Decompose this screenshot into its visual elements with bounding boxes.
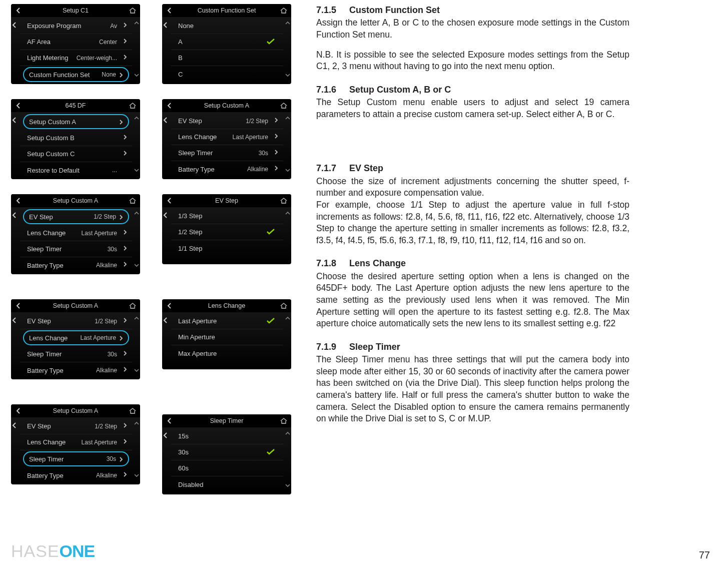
side-back-icon[interactable] <box>11 209 19 269</box>
back-icon[interactable] <box>14 301 23 310</box>
menu-row[interactable]: 1/1 Step <box>171 240 283 256</box>
scroll-indicator[interactable] <box>284 429 291 489</box>
menu-row-label: Setup Custom B <box>27 134 75 142</box>
menu-row[interactable]: EV Step1/2 Step <box>23 209 129 224</box>
back-icon[interactable] <box>14 101 23 110</box>
home-icon[interactable] <box>279 6 288 15</box>
side-back-icon[interactable] <box>162 429 170 489</box>
back-icon[interactable] <box>14 6 23 15</box>
menu-row[interactable]: EV Step1/2 Step <box>171 113 283 129</box>
menu-row[interactable]: Lens ChangeLast Aperture <box>23 330 129 345</box>
home-icon[interactable] <box>279 301 288 310</box>
menu-row-label: B <box>178 54 183 62</box>
scroll-indicator[interactable] <box>284 19 291 79</box>
side-back-icon[interactable] <box>162 209 170 264</box>
side-back-icon[interactable] <box>11 314 19 374</box>
menu-row[interactable]: Lens ChangeLast Aperture <box>171 129 283 145</box>
menu-row-value: Alkaline <box>96 262 117 269</box>
menu-row[interactable]: Sleep Timer30s <box>20 241 132 257</box>
menu-row[interactable]: Setup Custom B <box>20 130 132 146</box>
menu-row[interactable]: 1/2 Step <box>171 224 283 240</box>
menu-row[interactable]: Last Aperture <box>171 313 283 329</box>
menu-row[interactable]: Exposure ProgramAv <box>20 18 132 34</box>
menu-row[interactable]: Battery TypeAlkaline <box>20 257 132 273</box>
home-icon[interactable] <box>128 301 137 310</box>
back-icon[interactable] <box>165 196 174 205</box>
logo-gray: HASE <box>11 541 60 560</box>
menu-row[interactable]: 1/3 Step <box>171 208 283 224</box>
screen-titlebar: Setup Custom A <box>162 99 291 112</box>
menu-row[interactable]: Sleep Timer30s <box>171 145 283 161</box>
menu-row[interactable]: Restore to Default... <box>20 162 132 178</box>
menu-row[interactable]: B <box>171 50 283 66</box>
menu-row[interactable]: 60s <box>171 460 283 476</box>
side-back-icon[interactable] <box>11 419 19 479</box>
menu-row[interactable]: EV Step1/2 Step <box>20 418 132 434</box>
menu-row-label: Restore to Default <box>27 167 80 174</box>
menu-row[interactable]: Lens ChangeLast Aperture <box>20 225 132 241</box>
scroll-indicator[interactable] <box>133 209 140 269</box>
back-icon[interactable] <box>14 196 23 205</box>
home-icon[interactable] <box>128 196 137 205</box>
menu-row-label: Battery Type <box>178 166 215 173</box>
menu-row[interactable]: None <box>171 18 283 34</box>
menu-row[interactable]: C <box>171 66 283 82</box>
menu-row[interactable]: Lens ChangeLast Aperture <box>20 434 132 450</box>
menu-row-label: 30s <box>178 448 189 456</box>
scroll-indicator[interactable] <box>284 209 291 264</box>
home-icon[interactable] <box>128 101 137 110</box>
screen-custom-function-set: Custom Function SetNoneABC <box>162 4 291 84</box>
menu-row[interactable]: Battery TypeAlkaline <box>171 161 283 177</box>
side-back-icon[interactable] <box>162 114 170 174</box>
scroll-indicator[interactable] <box>284 114 291 174</box>
menu-row[interactable]: EV Step1/2 Step <box>20 313 132 329</box>
scroll-indicator[interactable] <box>133 19 140 79</box>
menu-row[interactable]: Light MeteringCenter-weigh... <box>20 50 132 66</box>
back-icon[interactable] <box>14 406 23 415</box>
menu-row[interactable]: Sleep Timer30s <box>20 346 132 362</box>
scroll-indicator[interactable] <box>284 314 291 369</box>
menu-row-label: Sleep Timer <box>29 455 64 463</box>
menu-row[interactable]: Battery TypeAlkaline <box>20 467 132 483</box>
menu-row[interactable]: 30s <box>171 444 283 460</box>
menu-row[interactable]: Disabled <box>171 476 283 492</box>
home-icon[interactable] <box>279 196 288 205</box>
side-back-icon[interactable] <box>11 114 19 174</box>
menu-row[interactable]: Battery TypeAlkaline <box>20 362 132 378</box>
side-back-icon[interactable] <box>11 19 19 79</box>
side-back-icon[interactable] <box>162 19 170 79</box>
back-icon[interactable] <box>165 6 174 15</box>
screen-titlebar: Setup Custom A <box>11 194 140 207</box>
menu-row[interactable]: Custom Function SetNone <box>23 67 129 82</box>
back-icon[interactable] <box>165 101 174 110</box>
home-icon[interactable] <box>128 406 137 415</box>
home-icon[interactable] <box>128 6 137 15</box>
menu-row-label: EV Step <box>27 422 51 430</box>
menu-row-label: 1/3 Step <box>178 212 202 220</box>
side-back-icon[interactable] <box>162 314 170 369</box>
menu-row[interactable]: Setup Custom C <box>20 146 132 162</box>
screen-ev-step: EV Step1/3 Step1/2 Step1/1 Step <box>162 194 291 264</box>
menu-row[interactable]: Max Aperture <box>171 345 283 361</box>
menu-row-value: None <box>102 71 116 78</box>
section-7-1-9: 7.1.9 Sleep Timer The Sleep Timer menu h… <box>316 341 629 425</box>
menu-row-label: Lens Change <box>29 334 68 342</box>
scroll-indicator[interactable] <box>133 314 140 374</box>
scroll-indicator[interactable] <box>133 114 140 174</box>
back-icon[interactable] <box>165 301 174 310</box>
menu-row[interactable]: 15s <box>171 428 283 444</box>
home-icon[interactable] <box>279 101 288 110</box>
menu-row[interactable]: AF AreaCenter <box>20 34 132 50</box>
chevron-right-icon <box>123 55 127 60</box>
back-icon[interactable] <box>165 416 174 425</box>
menu-row-value: Last Aperture <box>82 230 117 237</box>
menu-row[interactable]: Setup Custom A <box>23 114 129 129</box>
scroll-indicator[interactable] <box>133 419 140 479</box>
menu-row[interactable]: Min Aperture <box>171 329 283 345</box>
screen-setup-c1: Setup C1Exposure ProgramAvAF AreaCenterL… <box>11 4 140 84</box>
check-icon <box>266 448 275 455</box>
home-icon[interactable] <box>279 416 288 425</box>
screen-setup-custom-a-lens: Setup Custom AEV Step1/2 StepLens Change… <box>11 299 140 379</box>
menu-row[interactable]: A <box>171 34 283 50</box>
menu-row[interactable]: Sleep Timer30s <box>23 451 129 466</box>
